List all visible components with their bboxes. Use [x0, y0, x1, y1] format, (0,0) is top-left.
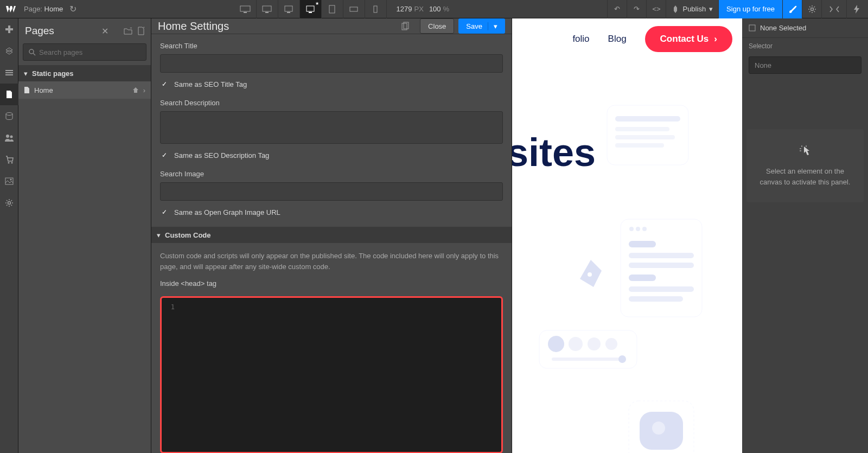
svg-rect-32 [615, 116, 680, 122]
page-row-home[interactable]: Home › [18, 81, 151, 99]
viewport-info: 1279 PX 100 % [397, 5, 450, 13]
publish-button[interactable]: Publish ▾ [666, 0, 718, 18]
same-og-image-checkbox[interactable]: ✓ [160, 208, 169, 216]
style-panel: None Selected Selector None Select an el… [742, 18, 868, 453]
new-page-icon[interactable]: + [138, 27, 144, 35]
empty-state: Select an element on the canvas to activ… [746, 129, 864, 202]
signup-button[interactable]: Sign up for free [718, 0, 782, 18]
search-description-input[interactable] [160, 111, 503, 144]
breakpoint-md-button[interactable] [278, 0, 300, 18]
chevron-right-icon[interactable]: › [143, 86, 145, 94]
svg-rect-40 [629, 241, 656, 247]
svg-point-17 [6, 113, 12, 116]
breakpoint-lg-button[interactable] [257, 0, 278, 18]
head-code-editor[interactable]: 1 [160, 296, 503, 453]
squircle-deco-icon [626, 398, 697, 453]
hero-heading: sites [512, 132, 596, 174]
same-seo-desc-checkbox[interactable]: ✓ [160, 151, 169, 159]
svg-rect-16 [5, 74, 13, 75]
svg-rect-42 [629, 263, 694, 268]
svg-point-53 [618, 355, 626, 363]
svg-rect-3 [265, 12, 269, 13]
decorative-panel-icon [615, 214, 707, 322]
cms-icon[interactable] [0, 105, 18, 127]
navigator-icon[interactable] [0, 40, 18, 62]
breakpoint-mobile-landscape-button[interactable] [343, 0, 365, 18]
rocket-icon [672, 5, 679, 13]
static-pages-section[interactable]: ▾ Static pages [18, 65, 151, 81]
search-pages-input[interactable] [23, 43, 146, 61]
search-icon [29, 49, 36, 56]
svg-rect-14 [5, 70, 13, 71]
svg-point-38 [636, 227, 640, 231]
breakpoint-tablet-button[interactable] [322, 0, 343, 18]
search-image-input[interactable] [160, 182, 503, 201]
settings-title: Home Settings [158, 20, 229, 33]
search-description-label: Search Description [160, 99, 503, 107]
pages-icon[interactable] [0, 84, 18, 105]
svg-point-56 [652, 422, 665, 435]
svg-rect-57 [749, 25, 755, 31]
components-icon[interactable] [0, 62, 18, 84]
same-seo-title-checkbox[interactable]: ✓ [160, 80, 169, 88]
chevron-right-icon: › [714, 34, 717, 44]
selector-input[interactable]: None [749, 56, 861, 74]
inside-head-label: Inside <head> tag [160, 279, 503, 288]
search-title-input[interactable] [160, 54, 503, 73]
breakpoint-base-button[interactable] [300, 0, 322, 18]
svg-rect-0 [240, 6, 250, 11]
redo-icon[interactable]: ↷ [627, 0, 646, 18]
contact-button[interactable]: Contact Us › [645, 26, 732, 52]
svg-rect-7 [309, 12, 312, 13]
slider-deco-icon [537, 328, 640, 371]
svg-point-27 [29, 49, 34, 54]
svg-rect-2 [263, 6, 271, 11]
chevron-down-icon: ▾ [488, 22, 497, 30]
svg-rect-33 [615, 127, 669, 131]
copy-icon[interactable] [401, 22, 409, 30]
undo-icon[interactable]: ↶ [607, 0, 627, 18]
svg-rect-45 [629, 296, 683, 302]
save-button[interactable]: Save ▾ [458, 18, 505, 34]
svg-rect-44 [629, 286, 694, 292]
svg-rect-15 [5, 72, 13, 73]
canvas[interactable]: folio Blog Contact Us › sites [512, 18, 742, 453]
close-button[interactable]: Close [420, 18, 454, 34]
svg-point-24 [8, 202, 11, 205]
svg-rect-10 [374, 6, 377, 12]
svg-rect-6 [307, 6, 314, 11]
new-folder-icon[interactable]: + [124, 27, 132, 35]
settings-icon[interactable] [0, 192, 18, 214]
svg-rect-4 [285, 6, 292, 11]
settings-tab-icon[interactable] [802, 0, 821, 18]
interactions-tab-icon[interactable] [846, 0, 866, 18]
svg-rect-13 [5, 28, 13, 30]
svg-point-20 [8, 162, 10, 164]
breakpoint-xl-button[interactable] [235, 0, 257, 18]
ecommerce-icon[interactable] [0, 149, 18, 170]
svg-point-49 [569, 337, 583, 351]
svg-text:+: + [143, 27, 144, 30]
close-icon[interactable]: ✕ [101, 26, 108, 36]
search-image-label: Search Image [160, 170, 503, 178]
decorative-card-icon [602, 100, 694, 170]
svg-rect-8 [329, 5, 335, 13]
custom-code-section[interactable]: ▾ Custom Code [151, 227, 512, 243]
svg-rect-43 [629, 275, 656, 281]
svg-point-51 [605, 338, 617, 350]
page-icon [24, 86, 30, 94]
users-icon[interactable] [0, 127, 18, 149]
nav-blog[interactable]: Blog [608, 34, 627, 44]
breakpoint-mobile-button[interactable] [365, 0, 387, 18]
add-elements-icon[interactable] [0, 18, 18, 40]
webflow-logo-icon[interactable] [4, 3, 17, 16]
nav-portfolio[interactable]: folio [572, 34, 589, 44]
style-tab-icon[interactable] [782, 0, 802, 18]
code-icon[interactable]: <> [646, 0, 666, 18]
assets-icon[interactable] [0, 170, 18, 192]
settings-panel: Home Settings Close Save ▾ Search Title … [151, 18, 512, 453]
chevron-down-icon: ▾ [157, 231, 161, 239]
top-bar: Page: Home 1279 PX 100 % ↶ ↷ <> Publish … [0, 0, 868, 18]
spacing-tab-icon[interactable] [821, 0, 846, 18]
refresh-icon[interactable] [69, 4, 76, 14]
